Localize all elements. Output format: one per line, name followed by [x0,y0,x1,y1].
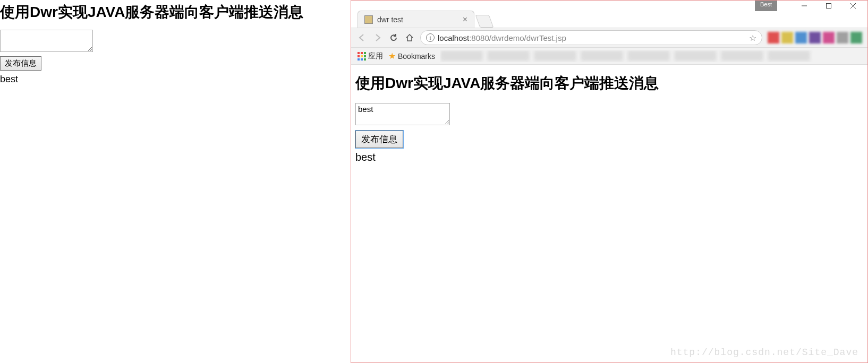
window-minimize-button[interactable] [792,1,816,11]
window-maximize-button[interactable] [816,1,841,11]
bookmarks-bar: 应用 ★ Bookmarks [351,48,867,65]
output-text: best [355,151,863,163]
home-button[interactable] [404,32,415,43]
output-text: best [0,74,345,85]
extension-icon[interactable] [781,32,793,44]
forward-button[interactable] [372,32,383,43]
extension-icon[interactable] [809,32,821,44]
address-bar[interactable]: i localhost:8080/dwrdemo/dwrTest.jsp ☆ [420,30,762,45]
extension-icon[interactable] [823,32,835,44]
tab-close-icon[interactable]: × [463,15,467,24]
reload-button[interactable] [388,32,399,43]
apps-grid-icon [358,52,366,60]
extension-icon[interactable] [850,32,862,44]
extension-icon[interactable] [768,32,779,44]
apps-label: 应用 [368,51,383,61]
page-heading: 使用Dwr实现JAVA服务器端向客户端推送消息 [355,73,863,93]
address-host: localhost [438,33,469,42]
address-path: :8080/dwrdemo/dwrTest.jsp [469,33,566,42]
publish-button[interactable]: 发布信息 [355,131,403,148]
svg-rect-1 [827,4,831,8]
extension-icons [768,32,862,44]
publish-button[interactable]: 发布信息 [0,56,41,71]
browser-toolbar: i localhost:8080/dwrdemo/dwrTest.jsp ☆ [351,28,867,48]
tab-title: dwr test [377,15,458,24]
star-icon: ★ [388,51,396,61]
tab-strip: dwr test × [351,9,867,28]
bookmarks-label: Bookmarks [398,52,435,60]
new-tab-button[interactable] [475,15,494,28]
window-close-button[interactable] [841,1,865,11]
tab-favicon-icon [364,15,373,24]
apps-button[interactable]: 应用 [358,51,383,61]
bookmarks-blurred [440,50,861,62]
extension-icon[interactable] [837,32,848,44]
browser-tab[interactable]: dwr test × [358,11,474,28]
message-textarea[interactable] [355,103,450,125]
page-content: 使用Dwr实现JAVA服务器端向客户端推送消息 发布信息 best [351,65,867,172]
message-textarea[interactable] [0,30,93,52]
back-button[interactable] [356,32,367,43]
site-info-icon[interactable]: i [426,33,435,42]
window-titlebar: Best [351,1,867,9]
left-page: 使用Dwr实现JAVA服务器端向客户端推送消息 发布信息 best [0,0,345,363]
page-heading: 使用Dwr实现JAVA服务器端向客户端推送消息 [0,2,345,22]
extension-icon[interactable] [795,32,807,44]
bookmarks-folder[interactable]: ★ Bookmarks [388,51,435,61]
bookmark-star-icon[interactable]: ☆ [749,33,756,43]
address-text: localhost:8080/dwrdemo/dwrTest.jsp [438,33,566,42]
window-badge: Best [755,1,777,11]
browser-window: Best dwr test × [351,0,868,363]
watermark-text: http://blog.csdn.net/Site_Dave [670,347,858,358]
